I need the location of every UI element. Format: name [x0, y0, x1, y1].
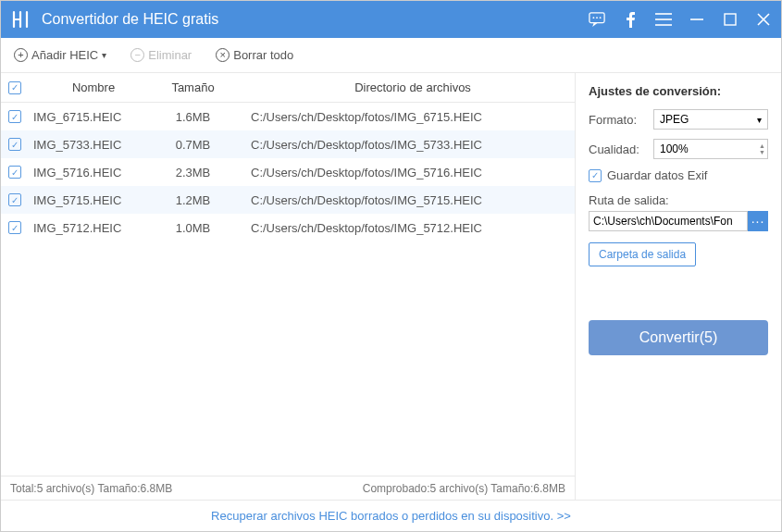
clear-all-label: Borrar todo [233, 48, 293, 62]
settings-title: Ajustes de conversión: [589, 84, 768, 98]
row-checkbox[interactable] [8, 221, 21, 234]
table-body: IMG_6715.HEIC1.6MBC:/Users/ch/Desktop/fo… [1, 103, 575, 476]
toolbar: + Añadir HEIC ▾ − Eliminar × Borrar todo [1, 38, 781, 73]
close-button[interactable] [755, 11, 772, 28]
open-output-folder-button[interactable]: Carpeta de salida [589, 242, 696, 266]
svg-point-3 [600, 17, 602, 19]
file-dir: C:/Users/ch/Desktop/fotos/IMG_5715.HEIC [232, 193, 575, 207]
facebook-icon[interactable] [622, 11, 639, 28]
titlebar: Convertidor de HEIC gratis [1, 1, 781, 38]
quality-label: Cualidad: [589, 142, 653, 156]
file-size: 1.0MB [154, 221, 232, 235]
row-checkbox[interactable] [8, 110, 21, 123]
browse-button[interactable]: ··· [748, 211, 768, 231]
status-total: Total:5 archivo(s) Tamaño:6.8MB [10, 482, 172, 495]
format-value: JPEG [660, 113, 689, 126]
settings-pane: Ajustes de conversión: Formato: JPEG ▾ C… [576, 73, 781, 500]
exif-checkbox[interactable] [589, 169, 602, 182]
clear-all-button[interactable]: × Borrar todo [216, 48, 293, 62]
file-dir: C:/Users/ch/Desktop/fotos/IMG_5712.HEIC [232, 221, 575, 235]
file-dir: C:/Users/ch/Desktop/fotos/IMG_5733.HEIC [232, 138, 575, 152]
column-size[interactable]: Tamaño [154, 80, 232, 94]
file-name: IMG_6715.HEIC [29, 110, 154, 124]
svg-point-1 [593, 17, 595, 19]
file-name: IMG_5715.HEIC [29, 193, 154, 207]
titlebar-controls [589, 11, 772, 28]
body-area: Nombre Tamaño Directorio de archivos IMG… [1, 73, 781, 500]
status-bar: Total:5 archivo(s) Tamaño:6.8MB Comproba… [1, 476, 575, 500]
quality-value: 100% [660, 142, 759, 155]
output-row: C:\Users\ch\Documents\Fon ··· [589, 211, 768, 231]
add-heic-label: Añadir HEIC [31, 48, 98, 62]
table-row[interactable]: IMG_5715.HEIC1.2MBC:/Users/ch/Desktop/fo… [1, 186, 575, 214]
file-name: IMG_5716.HEIC [29, 166, 154, 179]
x-icon: × [216, 48, 230, 62]
table-row[interactable]: IMG_5733.HEIC0.7MBC:/Users/ch/Desktop/fo… [1, 130, 575, 158]
column-directory[interactable]: Directorio de archivos [232, 80, 575, 94]
exif-label: Guardar datos Exif [607, 168, 707, 182]
app-window: Convertidor de HEIC gratis + Añadir HEIC… [0, 0, 782, 532]
format-select[interactable]: JPEG ▾ [653, 109, 768, 130]
feedback-icon[interactable] [589, 11, 605, 28]
remove-button: − Eliminar [130, 48, 192, 62]
chevron-down-icon: ▾ [757, 115, 762, 125]
table-header: Nombre Tamaño Directorio de archivos [1, 73, 575, 103]
quality-stepper[interactable]: 100% ▲▼ [653, 139, 768, 159]
app-logo-icon [10, 9, 31, 30]
minus-icon: − [130, 48, 144, 62]
file-size: 0.7MB [154, 138, 232, 152]
svg-point-2 [596, 17, 598, 19]
row-checkbox[interactable] [8, 193, 21, 206]
row-checkbox[interactable] [8, 138, 21, 151]
table-row[interactable]: IMG_5712.HEIC1.0MBC:/Users/ch/Desktop/fo… [1, 214, 575, 241]
add-heic-button[interactable]: + Añadir HEIC ▾ [14, 48, 106, 62]
plus-icon: + [14, 48, 28, 62]
file-name: IMG_5733.HEIC [29, 138, 154, 152]
format-row: Formato: JPEG ▾ [589, 109, 768, 130]
footer-link[interactable]: Recuperar archivos HEIC borrados o perdi… [1, 500, 781, 531]
minimize-button[interactable] [689, 11, 705, 28]
maximize-button[interactable] [722, 11, 739, 28]
menu-icon[interactable] [655, 11, 672, 28]
app-title: Convertidor de HEIC gratis [42, 11, 589, 28]
file-name: IMG_5712.HEIC [29, 221, 154, 235]
select-all-checkbox[interactable] [8, 81, 21, 94]
file-size: 1.6MB [154, 110, 232, 124]
convert-button[interactable]: Convertir(5) [589, 320, 768, 355]
file-size: 2.3MB [154, 166, 232, 179]
column-name[interactable]: Nombre [29, 80, 154, 94]
file-size: 1.2MB [154, 193, 232, 207]
row-checkbox[interactable] [8, 166, 21, 179]
chevron-down-icon: ▾ [102, 50, 106, 60]
quality-row: Cualidad: 100% ▲▼ [589, 139, 768, 159]
file-list-pane: Nombre Tamaño Directorio de archivos IMG… [1, 73, 576, 500]
file-dir: C:/Users/ch/Desktop/fotos/IMG_5716.HEIC [232, 166, 575, 179]
output-path-field[interactable]: C:\Users\ch\Documents\Fon [589, 211, 748, 231]
format-label: Formato: [589, 113, 653, 127]
file-dir: C:/Users/ch/Desktop/fotos/IMG_6715.HEIC [232, 110, 575, 124]
table-row[interactable]: IMG_6715.HEIC1.6MBC:/Users/ch/Desktop/fo… [1, 103, 575, 130]
output-label: Ruta de salida: [589, 193, 768, 207]
spinner-arrows-icon[interactable]: ▲▼ [759, 142, 765, 155]
svg-rect-8 [725, 14, 736, 25]
remove-label: Eliminar [148, 48, 192, 62]
status-checked: Comprobado:5 archivo(s) Tamaño:6.8MB [363, 482, 565, 495]
table-row[interactable]: IMG_5716.HEIC2.3MBC:/Users/ch/Desktop/fo… [1, 158, 575, 186]
exif-row: Guardar datos Exif [589, 168, 768, 182]
